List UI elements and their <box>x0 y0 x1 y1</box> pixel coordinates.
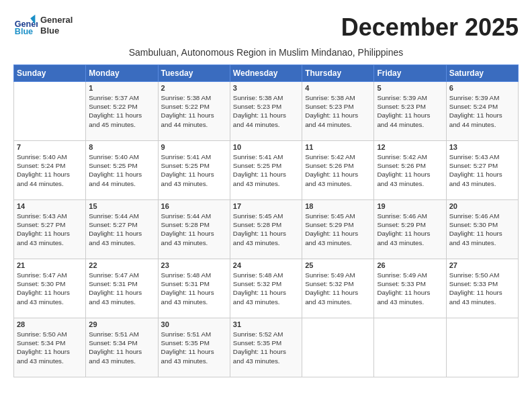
calendar-cell: 12Sunrise: 5:42 AMSunset: 5:26 PMDayligh… <box>374 141 446 200</box>
day-info: Sunrise: 5:48 AMSunset: 5:31 PMDaylight:… <box>161 271 227 306</box>
day-info: Sunrise: 5:45 AMSunset: 5:28 PMDaylight:… <box>233 212 299 247</box>
day-number: 12 <box>377 143 443 151</box>
calendar-cell: 11Sunrise: 5:42 AMSunset: 5:26 PMDayligh… <box>302 141 374 200</box>
day-number: 11 <box>305 143 371 151</box>
month-title: December 2025 <box>341 13 519 42</box>
day-number: 30 <box>161 320 227 328</box>
calendar-cell: 13Sunrise: 5:43 AMSunset: 5:27 PMDayligh… <box>446 141 518 200</box>
calendar-cell: 24Sunrise: 5:48 AMSunset: 5:32 PMDayligh… <box>230 259 302 318</box>
day-info: Sunrise: 5:44 AMSunset: 5:28 PMDaylight:… <box>161 212 227 247</box>
calendar-cell: 20Sunrise: 5:46 AMSunset: 5:30 PMDayligh… <box>446 200 518 259</box>
calendar-cell: 15Sunrise: 5:44 AMSunset: 5:27 PMDayligh… <box>86 200 158 259</box>
day-info: Sunrise: 5:51 AMSunset: 5:35 PMDaylight:… <box>161 330 227 365</box>
day-info: Sunrise: 5:42 AMSunset: 5:26 PMDaylight:… <box>305 152 371 188</box>
calendar-cell: 2Sunrise: 5:38 AMSunset: 5:22 PMDaylight… <box>158 82 230 141</box>
day-info: Sunrise: 5:40 AMSunset: 5:25 PMDaylight:… <box>89 152 154 188</box>
day-number: 9 <box>161 143 227 151</box>
day-info: Sunrise: 5:50 AMSunset: 5:33 PMDaylight:… <box>449 271 515 306</box>
calendar-cell: 5Sunrise: 5:39 AMSunset: 5:23 PMDaylight… <box>374 82 446 141</box>
calendar-cell: 1Sunrise: 5:37 AMSunset: 5:22 PMDaylight… <box>86 82 158 141</box>
day-number: 31 <box>233 320 299 328</box>
day-number: 29 <box>89 320 154 328</box>
calendar-cell <box>446 318 518 377</box>
day-number: 28 <box>17 320 83 328</box>
day-info: Sunrise: 5:47 AMSunset: 5:30 PMDaylight:… <box>17 271 83 306</box>
day-number: 10 <box>233 143 299 151</box>
day-number: 2 <box>161 84 227 92</box>
day-info: Sunrise: 5:46 AMSunset: 5:30 PMDaylight:… <box>449 212 515 247</box>
day-number: 4 <box>305 84 371 92</box>
calendar-table: SundayMondayTuesdayWednesdayThursdayFrid… <box>13 64 519 377</box>
day-number: 1 <box>89 84 154 92</box>
day-info: Sunrise: 5:38 AMSunset: 5:22 PMDaylight:… <box>161 93 227 129</box>
calendar-cell: 22Sunrise: 5:47 AMSunset: 5:31 PMDayligh… <box>86 259 158 318</box>
calendar-cell: 10Sunrise: 5:41 AMSunset: 5:25 PMDayligh… <box>230 141 302 200</box>
day-info: Sunrise: 5:50 AMSunset: 5:34 PMDaylight:… <box>17 330 83 365</box>
day-info: Sunrise: 5:37 AMSunset: 5:22 PMDaylight:… <box>89 93 154 129</box>
page-header: General Blue General Blue December 2025 <box>13 13 519 42</box>
calendar-cell: 14Sunrise: 5:43 AMSunset: 5:27 PMDayligh… <box>14 200 86 259</box>
calendar-cell: 9Sunrise: 5:41 AMSunset: 5:25 PMDaylight… <box>158 141 230 200</box>
calendar-cell: 30Sunrise: 5:51 AMSunset: 5:35 PMDayligh… <box>158 318 230 377</box>
day-info: Sunrise: 5:43 AMSunset: 5:27 PMDaylight:… <box>17 212 83 247</box>
day-number: 21 <box>17 261 83 269</box>
logo-line2: Blue <box>40 26 73 36</box>
calendar-cell: 17Sunrise: 5:45 AMSunset: 5:28 PMDayligh… <box>230 200 302 259</box>
day-info: Sunrise: 5:41 AMSunset: 5:25 PMDaylight:… <box>161 152 227 188</box>
day-number: 22 <box>89 261 154 269</box>
week-row-5: 28Sunrise: 5:50 AMSunset: 5:34 PMDayligh… <box>14 318 519 377</box>
day-info: Sunrise: 5:43 AMSunset: 5:27 PMDaylight:… <box>449 152 515 188</box>
day-number: 8 <box>89 143 154 151</box>
calendar-cell: 4Sunrise: 5:38 AMSunset: 5:23 PMDaylight… <box>302 82 374 141</box>
day-number: 15 <box>89 202 154 210</box>
calendar-subtitle: Sambuluan, Autonomous Region in Muslim M… <box>13 47 519 58</box>
week-row-4: 21Sunrise: 5:47 AMSunset: 5:30 PMDayligh… <box>14 259 519 318</box>
calendar-cell: 25Sunrise: 5:49 AMSunset: 5:32 PMDayligh… <box>302 259 374 318</box>
calendar-cell: 16Sunrise: 5:44 AMSunset: 5:28 PMDayligh… <box>158 200 230 259</box>
day-number: 18 <box>305 202 371 210</box>
day-info: Sunrise: 5:52 AMSunset: 5:35 PMDaylight:… <box>233 330 299 365</box>
day-info: Sunrise: 5:40 AMSunset: 5:24 PMDaylight:… <box>17 152 83 188</box>
calendar-cell: 23Sunrise: 5:48 AMSunset: 5:31 PMDayligh… <box>158 259 230 318</box>
svg-text:Blue: Blue <box>15 27 33 36</box>
day-number: 27 <box>449 261 515 269</box>
day-number: 14 <box>17 202 83 210</box>
calendar-cell <box>302 318 374 377</box>
day-number: 7 <box>17 143 83 151</box>
day-number: 3 <box>233 84 299 92</box>
day-info: Sunrise: 5:38 AMSunset: 5:23 PMDaylight:… <box>233 93 299 129</box>
calendar-cell: 31Sunrise: 5:52 AMSunset: 5:35 PMDayligh… <box>230 318 302 377</box>
calendar-cell: 8Sunrise: 5:40 AMSunset: 5:25 PMDaylight… <box>86 141 158 200</box>
day-number: 16 <box>161 202 227 210</box>
day-number: 6 <box>449 84 515 92</box>
day-header-tuesday: Tuesday <box>158 65 230 82</box>
day-info: Sunrise: 5:41 AMSunset: 5:25 PMDaylight:… <box>233 152 299 188</box>
day-info: Sunrise: 5:44 AMSunset: 5:27 PMDaylight:… <box>89 212 154 247</box>
logo-line1: General <box>40 15 73 26</box>
day-number: 17 <box>233 202 299 210</box>
day-header-saturday: Saturday <box>446 65 518 82</box>
calendar-cell: 19Sunrise: 5:46 AMSunset: 5:29 PMDayligh… <box>374 200 446 259</box>
logo: General Blue General Blue <box>13 13 73 38</box>
day-number: 19 <box>377 202 443 210</box>
day-info: Sunrise: 5:47 AMSunset: 5:31 PMDaylight:… <box>89 271 154 306</box>
day-header-wednesday: Wednesday <box>230 65 302 82</box>
day-info: Sunrise: 5:39 AMSunset: 5:24 PMDaylight:… <box>449 93 515 129</box>
day-info: Sunrise: 5:39 AMSunset: 5:23 PMDaylight:… <box>377 93 443 129</box>
calendar-cell <box>14 82 86 141</box>
week-row-3: 14Sunrise: 5:43 AMSunset: 5:27 PMDayligh… <box>14 200 519 259</box>
header-row: SundayMondayTuesdayWednesdayThursdayFrid… <box>14 65 519 82</box>
day-info: Sunrise: 5:46 AMSunset: 5:29 PMDaylight:… <box>377 212 443 247</box>
day-number: 24 <box>233 261 299 269</box>
day-info: Sunrise: 5:51 AMSunset: 5:34 PMDaylight:… <box>89 330 154 365</box>
day-info: Sunrise: 5:42 AMSunset: 5:26 PMDaylight:… <box>377 152 443 188</box>
calendar-cell: 21Sunrise: 5:47 AMSunset: 5:30 PMDayligh… <box>14 259 86 318</box>
calendar-cell: 18Sunrise: 5:45 AMSunset: 5:29 PMDayligh… <box>302 200 374 259</box>
day-info: Sunrise: 5:45 AMSunset: 5:29 PMDaylight:… <box>305 212 371 247</box>
calendar-cell: 27Sunrise: 5:50 AMSunset: 5:33 PMDayligh… <box>446 259 518 318</box>
day-info: Sunrise: 5:49 AMSunset: 5:33 PMDaylight:… <box>377 271 443 306</box>
day-header-friday: Friday <box>374 65 446 82</box>
day-header-monday: Monday <box>86 65 158 82</box>
logo-icon: General Blue <box>13 13 38 38</box>
week-row-2: 7Sunrise: 5:40 AMSunset: 5:24 PMDaylight… <box>14 141 519 200</box>
